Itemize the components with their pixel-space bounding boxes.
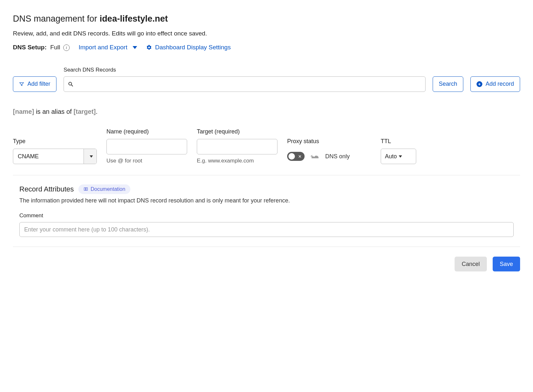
documentation-label: Documentation bbox=[91, 186, 126, 192]
display-settings-button[interactable]: Dashboard Display Settings bbox=[146, 44, 231, 51]
svg-rect-3 bbox=[86, 188, 87, 191]
import-export-menu[interactable]: Import and Export bbox=[79, 44, 137, 51]
comment-label: Comment bbox=[19, 212, 514, 219]
documentation-link[interactable]: Documentation bbox=[78, 184, 131, 194]
add-record-button[interactable]: + Add record bbox=[470, 76, 520, 92]
page-subhead: Review, add, and edit DNS records. Edits… bbox=[13, 29, 213, 38]
chevron-down-icon bbox=[90, 155, 93, 158]
chevron-down-icon bbox=[133, 46, 137, 49]
save-button[interactable]: Save bbox=[493, 257, 520, 271]
record-attributes-desc: The information provided here will not i… bbox=[19, 197, 514, 204]
record-form-row: Type CNAME Name (required) Use @ for roo… bbox=[13, 128, 520, 175]
alias-name-placeholder: [name] bbox=[13, 108, 34, 115]
add-filter-label: Add filter bbox=[27, 81, 50, 87]
save-label: Save bbox=[500, 261, 513, 268]
ttl-select-value: Auto bbox=[385, 153, 397, 160]
search-input-wrap[interactable] bbox=[64, 76, 426, 92]
dns-setup-value: Full bbox=[50, 44, 60, 51]
page-title-prefix: DNS management for bbox=[13, 14, 100, 24]
proxy-status-label: Proxy status bbox=[287, 128, 371, 145]
svg-line-1 bbox=[71, 85, 73, 86]
proxy-toggle[interactable]: ✕ bbox=[287, 152, 305, 161]
target-label: Target (required) bbox=[197, 128, 277, 136]
search-field-label: Search DNS Records bbox=[64, 67, 426, 73]
page-title: DNS management for idea-lifestyle.net bbox=[13, 13, 213, 24]
proxy-status-text: DNS only bbox=[325, 153, 350, 160]
plus-circle-icon: + bbox=[477, 81, 482, 87]
add-record-label: Add record bbox=[486, 81, 514, 87]
target-input[interactable] bbox=[197, 139, 277, 154]
import-export-label: Import and Export bbox=[79, 44, 127, 51]
type-select-caret bbox=[84, 149, 96, 164]
alias-description: [name] is an alias of [target]. bbox=[13, 108, 520, 115]
page-title-domain: idea-lifestyle.net bbox=[100, 14, 168, 24]
svg-point-0 bbox=[69, 82, 72, 85]
search-icon bbox=[68, 81, 74, 87]
type-label: Type bbox=[13, 128, 97, 145]
svg-rect-2 bbox=[84, 188, 86, 191]
target-hint: E.g. www.example.com bbox=[197, 158, 277, 164]
comment-input[interactable] bbox=[19, 222, 514, 237]
dns-setup-label: DNS Setup: bbox=[13, 44, 47, 51]
search-button-label: Search bbox=[439, 81, 457, 87]
name-input[interactable] bbox=[106, 139, 187, 154]
cancel-label: Cancel bbox=[462, 261, 480, 268]
search-input[interactable] bbox=[77, 77, 421, 92]
search-button[interactable]: Search bbox=[433, 76, 463, 92]
type-select[interactable]: CNAME bbox=[13, 149, 97, 164]
chevron-down-icon bbox=[399, 155, 402, 158]
ttl-select[interactable]: Auto bbox=[381, 149, 416, 164]
info-icon[interactable]: i bbox=[63, 44, 70, 51]
cloud-icon bbox=[309, 152, 321, 160]
gear-icon bbox=[146, 44, 152, 50]
add-filter-button[interactable]: Add filter bbox=[13, 76, 56, 92]
record-attributes-title: Record Attributes bbox=[19, 185, 74, 193]
type-select-value: CNAME bbox=[13, 149, 84, 164]
name-hint: Use @ for root bbox=[106, 158, 187, 164]
cancel-button[interactable]: Cancel bbox=[455, 257, 487, 271]
name-label: Name (required) bbox=[106, 128, 187, 136]
display-settings-label: Dashboard Display Settings bbox=[155, 44, 231, 51]
filter-icon bbox=[19, 82, 24, 87]
alias-target-placeholder: [target] bbox=[74, 108, 96, 115]
book-icon bbox=[84, 187, 88, 191]
setup-row: DNS Setup: Full i Import and Export Dash… bbox=[13, 44, 520, 51]
toggle-knob bbox=[288, 153, 295, 160]
ttl-label: TTL bbox=[381, 128, 416, 145]
x-icon: ✕ bbox=[298, 154, 302, 159]
